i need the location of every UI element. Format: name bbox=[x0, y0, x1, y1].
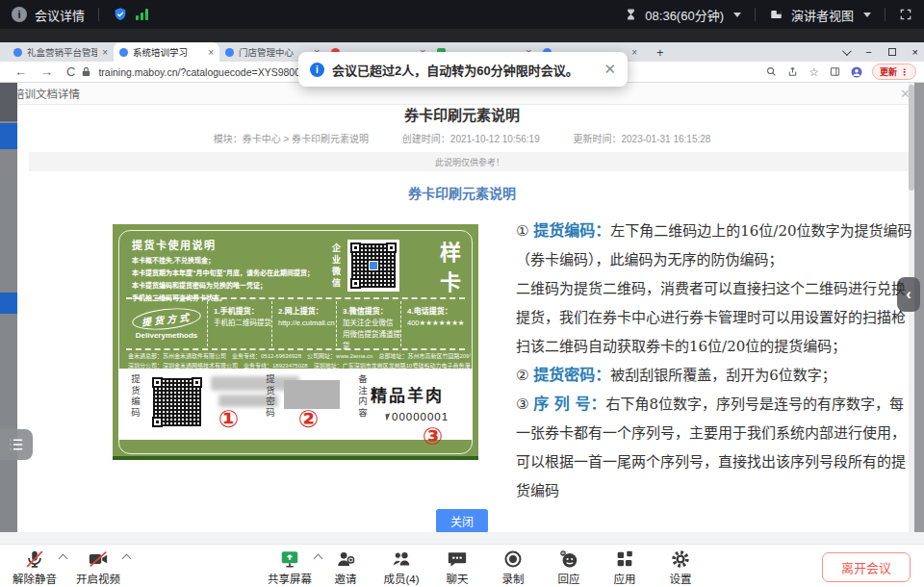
item-number: ① bbox=[516, 222, 528, 240]
browser-tab-1[interactable]: 礼盒营销平台管理中心 × bbox=[8, 42, 114, 62]
document-meta: 模块：券卡中心 > 券卡印刷元素说明 创建时间：2021-10-12 10:56… bbox=[0, 131, 924, 145]
apps-label: 应用 bbox=[614, 571, 636, 586]
info-icon: i bbox=[310, 63, 324, 77]
view-dropdown-icon[interactable] bbox=[863, 13, 871, 17]
item-body: 被刮刮银所覆盖，刮开为6位数字； bbox=[610, 367, 836, 384]
window-maximize-icon[interactable] bbox=[888, 48, 896, 56]
members-icon bbox=[390, 548, 413, 570]
gift-card-image: 提货卡使用说明 本卡概不挂失,不兑换现金； 本卡提货期为本年度“月中旬至”月底，… bbox=[113, 224, 478, 460]
meeting-details-label[interactable]: 会议详情 bbox=[35, 6, 85, 24]
record-label: 录制 bbox=[502, 571, 525, 586]
camera-off-icon bbox=[87, 548, 110, 570]
background-sidebar bbox=[0, 83, 17, 532]
settings-label: 设置 bbox=[670, 571, 692, 586]
start-video-button[interactable]: 开启视频 bbox=[75, 548, 121, 586]
tab-close-icon[interactable]: × bbox=[208, 47, 214, 58]
apps-button[interactable]: 应用 bbox=[602, 548, 648, 586]
browser-frame-top bbox=[0, 29, 924, 42]
dashed-divider bbox=[126, 297, 465, 299]
meeting-window: i 会议详情 08:36(60分钟) 演讲者视图 bbox=[0, 0, 924, 587]
pickup-password-label: 提货密码 bbox=[263, 374, 276, 419]
paragraph-2: 二维码为提货二维码，消费者可以直接扫这个二维码进行兑换提货，我们在券卡中心进行券… bbox=[516, 274, 912, 361]
layout-view-icon bbox=[769, 8, 783, 21]
delivery-method-3: 3.微信提货： 加关注企业微信 用微信提货通道提货 bbox=[336, 301, 400, 346]
members-button[interactable]: 成员(4) bbox=[378, 548, 424, 586]
invite-button[interactable]: 邀请 bbox=[322, 548, 369, 586]
video-options-caret[interactable] bbox=[122, 554, 132, 564]
wechat-logo bbox=[369, 261, 378, 270]
microphone-muted-icon bbox=[24, 548, 45, 570]
toast-close-icon[interactable]: ✕ bbox=[603, 61, 616, 78]
wechat-qr-code bbox=[347, 240, 399, 292]
update-label: 更新 bbox=[880, 65, 897, 78]
url-text[interactable]: training.maboy.cn/?cataloguecode=XYS9800… bbox=[98, 66, 332, 78]
share-options-caret[interactable] bbox=[314, 554, 323, 564]
browser-update-button[interactable]: 更新 ⋮ bbox=[872, 64, 916, 80]
paragraph-3: ② 提货密码：被刮刮银所覆盖，刮开为6位数字； bbox=[516, 361, 912, 390]
item-key: 提货编码： bbox=[533, 221, 610, 240]
method-detail: 加关注企业微信 bbox=[343, 318, 400, 329]
meeting-top-bar: i 会议详情 08:36(60分钟) 演讲者视图 bbox=[0, 0, 924, 29]
desktop-gap bbox=[0, 532, 924, 544]
forward-icon[interactable]: → bbox=[40, 64, 53, 79]
members-label: 成员(4) bbox=[383, 571, 419, 586]
dashed-divider bbox=[126, 348, 465, 350]
zoom-icon[interactable] bbox=[766, 66, 777, 77]
section-heading: 券卡印刷元素说明 bbox=[0, 183, 924, 202]
delivery-stamp-en: Deliverymethods bbox=[136, 331, 197, 340]
scrollbar-thumb[interactable] bbox=[909, 85, 914, 191]
delivery-method-2: 2.网上提货： http://e.cutmall.cn bbox=[271, 301, 336, 346]
tab-close-icon[interactable]: × bbox=[631, 47, 637, 58]
back-icon[interactable]: ← bbox=[14, 64, 27, 79]
share-icon[interactable] bbox=[787, 66, 798, 77]
catalog-toggle-button[interactable] bbox=[0, 429, 33, 460]
card-usage-title: 提货卡使用说明 bbox=[132, 237, 342, 252]
method-title: 4.电话提货： bbox=[407, 306, 465, 318]
timer-dropdown-icon[interactable] bbox=[733, 13, 741, 17]
share-screen-icon bbox=[278, 548, 301, 570]
start-video-label: 开启视频 bbox=[76, 571, 120, 586]
document-title: 券卡印刷元素说明 bbox=[0, 104, 924, 124]
reactions-button[interactable]: 回应 bbox=[546, 548, 592, 586]
settings-button[interactable]: 设置 bbox=[657, 548, 704, 586]
side-panel-icon[interactable] bbox=[830, 66, 840, 77]
card-usage-block: 提货卡使用说明 本卡概不挂失,不兑换现金； 本卡提货期为本年度“月中旬至”月底，… bbox=[132, 237, 342, 305]
company-line-1: 金禾通总部：苏州金禾通软件有限公司 业务专线：0512-69636928 公司网… bbox=[128, 352, 471, 362]
tab-favicon bbox=[225, 48, 234, 57]
view-mode-label[interactable]: 演讲者视图 bbox=[791, 6, 854, 24]
close-document-button[interactable]: 关闭 bbox=[436, 509, 488, 533]
invite-person-icon bbox=[335, 548, 356, 570]
explanation-text: ① 提货编码：左下角二维码边上的16位/20位数字为提货编码（券卡编码），此编码… bbox=[516, 217, 912, 505]
security-shield-icon[interactable] bbox=[113, 7, 128, 22]
browser-tab-2-active[interactable]: 系统培训学习 × bbox=[114, 42, 219, 62]
reload-icon[interactable]: C bbox=[66, 64, 75, 79]
bookmark-star-icon[interactable]: ☆ bbox=[808, 65, 819, 79]
tab-search-icon[interactable] bbox=[842, 46, 852, 56]
sidebar-active-item-fragment bbox=[0, 293, 17, 314]
delivery-method-1: 1.手机提货： 手机拍二维码提货 bbox=[207, 301, 271, 346]
settings-gear-icon bbox=[670, 548, 691, 570]
new-tab-button[interactable]: + bbox=[656, 45, 664, 60]
panel-title: 培训文档详情 bbox=[13, 86, 80, 101]
chat-button[interactable]: 聊天 bbox=[434, 548, 480, 586]
mic-options-caret[interactable] bbox=[59, 554, 68, 564]
meeting-info-icon[interactable]: i bbox=[12, 7, 27, 22]
paragraph-1: ① 提货编码：左下角二维码边上的16位/20位数字为提货编码（券卡编码），此编码… bbox=[516, 217, 912, 274]
item-key: 提货密码： bbox=[533, 366, 610, 384]
toast-message: 会议已超过2人，自动转为60分钟限时会议。 bbox=[332, 61, 578, 79]
profile-avatar-icon[interactable] bbox=[851, 66, 862, 78]
sidebar-active-item-fragment bbox=[0, 123, 17, 149]
cursor-pointer-icon bbox=[385, 413, 391, 421]
tab-close-icon[interactable]: × bbox=[102, 47, 108, 58]
share-screen-button[interactable]: 共享屏幕 bbox=[267, 548, 313, 586]
window-close-icon[interactable]: × bbox=[912, 46, 918, 58]
tab-favicon bbox=[119, 48, 128, 57]
serial-value: 00000001 bbox=[392, 411, 449, 422]
window-minimize-icon[interactable]: − bbox=[865, 46, 871, 58]
record-button[interactable]: 录制 bbox=[490, 548, 536, 586]
notice-bar: 此说明仅供参考！ bbox=[29, 152, 911, 171]
leave-meeting-button[interactable]: 离开会议 bbox=[822, 552, 911, 582]
unmute-button[interactable]: 解除静音 bbox=[12, 548, 58, 586]
fullscreen-icon[interactable] bbox=[899, 8, 912, 21]
divider bbox=[885, 8, 886, 21]
